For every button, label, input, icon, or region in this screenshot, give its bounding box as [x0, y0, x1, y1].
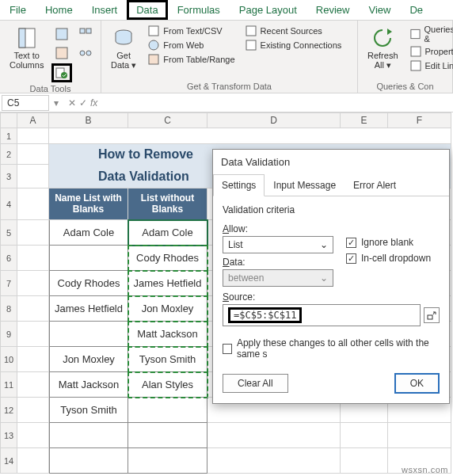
- rowhead-11[interactable]: 11: [0, 372, 17, 398]
- tab-formulas[interactable]: Formulas: [168, 0, 230, 20]
- tab-home[interactable]: Home: [36, 0, 82, 20]
- cell-b8[interactable]: James Hetfield: [49, 296, 128, 322]
- colhead-f[interactable]: F: [388, 112, 451, 128]
- cell[interactable]: [17, 322, 49, 347]
- cell[interactable]: [17, 220, 49, 246]
- rowhead-8[interactable]: 8: [0, 296, 17, 322]
- rowhead-4[interactable]: 4: [0, 188, 17, 220]
- cell[interactable]: [17, 398, 49, 423]
- cell[interactable]: [341, 423, 388, 448]
- cell[interactable]: [49, 128, 451, 144]
- cell-c11[interactable]: Alan Styles: [128, 372, 207, 398]
- in-cell-dropdown-checkbox[interactable]: ✓ In-cell dropdown: [346, 253, 431, 264]
- colhead-a[interactable]: A: [17, 112, 49, 128]
- from-table-range-button[interactable]: From Table/Range: [144, 52, 238, 67]
- source-input[interactable]: =$C$5:$C$11: [223, 304, 421, 326]
- cell-c9[interactable]: Matt Jackson: [128, 322, 207, 347]
- cell-c10[interactable]: Tyson Smith: [128, 347, 207, 372]
- cell-c8[interactable]: Jon Moxley: [128, 296, 207, 322]
- tab-file[interactable]: File: [0, 0, 36, 20]
- refresh-all-button[interactable]: RefreshAll ▾: [363, 24, 403, 72]
- colhead-d[interactable]: D: [207, 112, 341, 128]
- fx-icon[interactable]: fx: [90, 97, 97, 109]
- cell[interactable]: [17, 128, 49, 144]
- cell[interactable]: [207, 423, 341, 448]
- rowhead-6[interactable]: 6: [0, 246, 17, 271]
- select-all-cell[interactable]: [0, 112, 17, 128]
- remove-duplicates-button[interactable]: [51, 44, 72, 62]
- cell-b10[interactable]: Jon Moxley: [49, 347, 128, 372]
- cell[interactable]: [17, 448, 49, 474]
- tab-input-message[interactable]: Input Message: [265, 174, 345, 196]
- tab-review[interactable]: Review: [306, 0, 360, 20]
- colhead-b[interactable]: B: [49, 112, 128, 128]
- cell[interactable]: [17, 165, 49, 188]
- range-select-button[interactable]: [424, 307, 440, 323]
- from-web-button[interactable]: From Web: [144, 38, 238, 52]
- rowhead-9[interactable]: 9: [0, 322, 17, 347]
- cell-c13[interactable]: [128, 423, 207, 448]
- cell-c7[interactable]: James Hetfield: [128, 271, 207, 296]
- header-c[interactable]: List without Blanks: [128, 188, 207, 220]
- cell-b14[interactable]: [49, 448, 128, 474]
- header-b[interactable]: Name List with Blanks: [49, 188, 128, 220]
- name-box[interactable]: C5: [2, 95, 49, 111]
- colhead-e[interactable]: E: [341, 112, 388, 128]
- cell[interactable]: [17, 347, 49, 372]
- text-to-columns-button[interactable]: Text toColumns: [5, 24, 48, 71]
- rowhead-5[interactable]: 5: [0, 220, 17, 246]
- tab-error-alert[interactable]: Error Alert: [345, 174, 405, 196]
- cell-b12[interactable]: Tyson Smith: [49, 398, 128, 423]
- tab-developer[interactable]: De: [400, 0, 432, 20]
- cell-b6[interactable]: [49, 246, 128, 271]
- ok-button[interactable]: OK: [394, 373, 440, 394]
- tab-view[interactable]: View: [359, 0, 400, 20]
- cell-b9[interactable]: [49, 322, 128, 347]
- rowhead-2[interactable]: 2: [0, 144, 17, 165]
- allow-select[interactable]: List ⌄: [223, 236, 333, 253]
- rowhead-3[interactable]: 3: [0, 165, 17, 188]
- cell-c12[interactable]: [128, 398, 207, 423]
- cell[interactable]: [341, 448, 388, 474]
- tab-settings[interactable]: Settings: [213, 174, 265, 196]
- cell[interactable]: [17, 372, 49, 398]
- clear-all-button[interactable]: Clear All: [223, 374, 288, 393]
- cancel-formula-icon[interactable]: ✕: [68, 97, 76, 109]
- cell[interactable]: [17, 423, 49, 448]
- edit-links-button[interactable]: Edit Link: [406, 59, 453, 73]
- cell[interactable]: [17, 296, 49, 322]
- cell-c6[interactable]: Cody Rhodes: [128, 246, 207, 271]
- cell[interactable]: [17, 271, 49, 296]
- cell[interactable]: [17, 188, 49, 220]
- cell[interactable]: [207, 448, 341, 474]
- rowhead-1[interactable]: 1: [0, 128, 17, 144]
- existing-connections-button[interactable]: Existing Connections: [242, 38, 345, 52]
- properties-button[interactable]: Propertie: [406, 44, 453, 59]
- rowhead-13[interactable]: 13: [0, 423, 17, 448]
- rowhead-7[interactable]: 7: [0, 271, 17, 296]
- tab-insert[interactable]: Insert: [82, 0, 128, 20]
- relationships-button[interactable]: [75, 44, 96, 62]
- cell[interactable]: [17, 246, 49, 271]
- formula-input[interactable]: [104, 101, 453, 105]
- flash-fill-button[interactable]: [51, 25, 72, 43]
- cell-b7[interactable]: Cody Rhodes: [49, 271, 128, 296]
- tab-data[interactable]: Data: [127, 0, 167, 20]
- queries-connections-button[interactable]: Queries &: [406, 24, 453, 44]
- from-text-csv-button[interactable]: From Text/CSV: [144, 24, 238, 38]
- get-data-button[interactable]: GetData ▾: [106, 24, 141, 72]
- cell[interactable]: [388, 423, 451, 448]
- recent-sources-button[interactable]: Recent Sources: [242, 24, 345, 38]
- cell[interactable]: [17, 144, 49, 165]
- rowhead-10[interactable]: 10: [0, 347, 17, 372]
- apply-changes-checkbox[interactable]: Apply these changes to all other cells w…: [223, 337, 440, 360]
- rowhead-12[interactable]: 12: [0, 398, 17, 423]
- cell-c14[interactable]: [128, 448, 207, 474]
- cell-b11[interactable]: Matt Jackson: [49, 372, 128, 398]
- colhead-c[interactable]: C: [128, 112, 207, 128]
- cell-b5[interactable]: Adam Cole: [49, 220, 128, 246]
- accept-formula-icon[interactable]: ✓: [79, 97, 87, 109]
- cell-b13[interactable]: [49, 423, 128, 448]
- rowhead-14[interactable]: 14: [0, 448, 17, 474]
- cell-c5[interactable]: Adam Cole: [128, 220, 207, 246]
